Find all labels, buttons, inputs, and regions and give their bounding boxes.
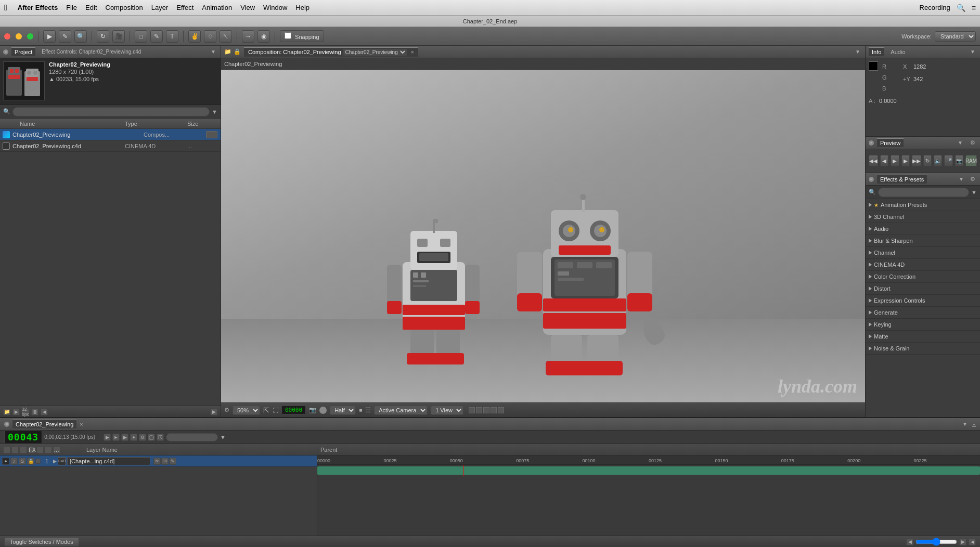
- info-tab[interactable]: Info: [869, 47, 884, 56]
- comp-tab-close[interactable]: ×: [411, 49, 414, 55]
- apple-menu[interactable]: : [4, 3, 7, 12]
- effects-search-dropdown[interactable]: ▼: [971, 189, 977, 196]
- timeline-pan-btn[interactable]: ▶: [121, 434, 128, 441]
- comp-tab-active[interactable]: Composition: Chapter02_Previewing Chapte…: [244, 47, 418, 57]
- color-btn[interactable]: [319, 407, 327, 414]
- effects-search-input[interactable]: [878, 188, 969, 197]
- window-minimize[interactable]: [16, 33, 22, 40]
- timeline-tab-close[interactable]: ×: [80, 421, 83, 427]
- stamp-tool[interactable]: ♢: [204, 30, 216, 43]
- project-close-btn[interactable]: ×: [3, 49, 8, 55]
- workspace-select[interactable]: Standard: [935, 31, 976, 42]
- search-dropdown[interactable]: ▼: [212, 109, 217, 115]
- zoom-tool[interactable]: 🔍: [74, 30, 87, 43]
- fx-toggle[interactable]: FX: [28, 446, 35, 453]
- select-tool[interactable]: ▶: [43, 30, 56, 43]
- category-header-0[interactable]: ★ Animation Presets: [866, 199, 980, 211]
- layer-pencil-icon[interactable]: ✎: [169, 458, 176, 465]
- effects-settings-btn[interactable]: ⚙: [969, 175, 977, 184]
- app-name[interactable]: After Effects: [18, 4, 58, 11]
- effects-tab[interactable]: Effects & Presets: [877, 175, 927, 184]
- effects-close-btn[interactable]: ×: [869, 177, 874, 182]
- layer-audio-btn[interactable]: ♪: [10, 458, 18, 465]
- menu-view[interactable]: View: [240, 4, 255, 11]
- step-back-btn[interactable]: ◀: [880, 155, 888, 166]
- layers-right[interactable]: 0000000025000500007500100001250015000175…: [317, 455, 980, 536]
- timeline-clock-btn[interactable]: ◯: [148, 434, 155, 441]
- play-btn[interactable]: ▶: [891, 155, 899, 166]
- category-header-10[interactable]: Keying: [866, 319, 980, 330]
- project-search-input[interactable]: [12, 107, 210, 116]
- timeline-render-btn[interactable]: ▶: [104, 434, 111, 441]
- fit-view-btn[interactable]: ⇱: [263, 406, 269, 414]
- puppet-tool[interactable]: ◉: [257, 30, 270, 43]
- timeline-panel-menu[interactable]: ▼: [961, 420, 969, 428]
- layer-lock-btn[interactable]: 🔒: [27, 458, 34, 465]
- zoom-select[interactable]: 50%: [233, 406, 260, 415]
- timeline-home-btn[interactable]: ◀: [906, 538, 913, 545]
- project-item-comp[interactable]: Chapter02_Previewing Compos...: [0, 129, 221, 140]
- layer-row-1[interactable]: ● ♪ S 🔒 1 ▶ C4D fx 3D: [0, 455, 317, 467]
- full-screen-btn[interactable]: ⛶: [273, 407, 278, 413]
- mute-btn[interactable]: 🔈: [934, 155, 942, 166]
- color-toggle[interactable]: [45, 446, 52, 453]
- loop-btn[interactable]: ↻: [923, 155, 932, 166]
- layer-name-field[interactable]: [67, 457, 150, 465]
- next-frame-btn[interactable]: ▶▶: [912, 155, 921, 166]
- preview-settings-btn[interactable]: ⚙: [969, 139, 977, 147]
- menu-help[interactable]: Help: [295, 4, 310, 11]
- category-header-6[interactable]: Color Correction: [866, 271, 980, 282]
- view-options[interactable]: [469, 407, 504, 413]
- layer-eye-btn[interactable]: ●: [2, 458, 9, 465]
- preview-tab[interactable]: Preview: [877, 138, 904, 147]
- preview-panel-menu[interactable]: ▼: [956, 139, 964, 147]
- pen-tool[interactable]: ✎: [150, 30, 163, 43]
- comp-tab-dropdown[interactable]: Chapter02_Previewing: [343, 49, 407, 56]
- more-toggle[interactable]: …: [53, 446, 60, 453]
- rotate-tool[interactable]: ↻: [97, 30, 109, 43]
- audio-tab[interactable]: Audio: [887, 48, 908, 56]
- category-header-2[interactable]: Audio: [866, 223, 980, 235]
- layer-label-color[interactable]: [35, 459, 41, 464]
- timeline-zoom-slider[interactable]: [915, 538, 957, 546]
- timeline-settings-btn[interactable]: ⚙: [139, 434, 146, 441]
- search-icon[interactable]: 🔍: [957, 4, 965, 12]
- effect-controls-tab[interactable]: Effect Controls: Chapter02_Previewing.c4…: [38, 48, 144, 56]
- comp-viewer[interactable]: lynda.com: [221, 70, 865, 402]
- category-header-5[interactable]: CINEMA 4D: [866, 259, 980, 270]
- category-header-4[interactable]: Channel: [866, 247, 980, 258]
- layer-3d-icon[interactable]: 3D: [161, 458, 169, 465]
- eraser-tool[interactable]: ␡: [220, 30, 232, 43]
- camera-icon[interactable]: 📷: [309, 407, 316, 413]
- timeline-close-btn[interactable]: ×: [4, 422, 9, 427]
- category-header-11[interactable]: Matte: [866, 331, 980, 342]
- list-icon[interactable]: ≡: [972, 4, 976, 12]
- comp-settings-btn[interactable]: ⚙: [224, 407, 229, 413]
- layer-expand-btn[interactable]: ▶: [53, 459, 57, 464]
- quality-select[interactable]: Half: [330, 406, 356, 415]
- frame-blend-toggle[interactable]: [11, 446, 19, 453]
- view-select[interactable]: 1 View: [431, 406, 463, 415]
- project-tab[interactable]: Project: [11, 47, 35, 56]
- snap-btn[interactable]: 📷: [955, 155, 963, 166]
- project-item-c4d[interactable]: Chapter02_Previewing.c4d CINEMA 4D ...: [0, 140, 221, 152]
- snapping-button[interactable]: Snapping: [280, 30, 324, 42]
- playhead[interactable]: [463, 465, 463, 476]
- toggle-switches-btn[interactable]: Toggle Switches / Modes: [4, 537, 79, 546]
- category-header-9[interactable]: Generate: [866, 307, 980, 318]
- timeline-search-input[interactable]: [166, 433, 218, 441]
- draft-toggle[interactable]: [36, 446, 44, 453]
- menu-layer[interactable]: Layer: [151, 4, 169, 11]
- mic-btn[interactable]: 🎤: [944, 155, 952, 166]
- timeline-expand-btn[interactable]: ▵: [972, 420, 976, 428]
- timeline-search-dropdown[interactable]: ▼: [220, 434, 226, 440]
- brush-tool[interactable]: ✌: [188, 30, 201, 43]
- arrow-tool[interactable]: →: [242, 30, 254, 43]
- prev-frame-btn[interactable]: ◀◀: [869, 155, 878, 166]
- category-header-3[interactable]: Blur & Sharpen: [866, 235, 980, 246]
- ram-btn[interactable]: RAM: [965, 155, 977, 166]
- project-panel-menu[interactable]: ▼: [209, 48, 217, 56]
- category-header-12[interactable]: Noise & Grain: [866, 343, 980, 354]
- timeline-motion-btn[interactable]: ☈: [157, 434, 164, 441]
- info-panel-menu[interactable]: ▼: [969, 48, 977, 56]
